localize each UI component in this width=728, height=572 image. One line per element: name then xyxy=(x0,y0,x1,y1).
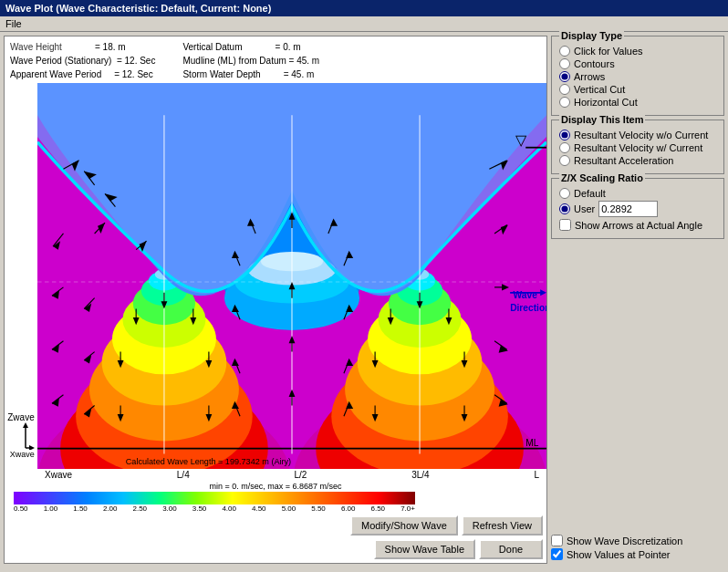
radio-contours[interactable] xyxy=(559,58,570,69)
display-item-res-accel[interactable]: Resultant Acceleration xyxy=(559,155,716,166)
show-wave-discretization[interactable]: Show Wave Discretization xyxy=(551,535,724,546)
ml-label: ML xyxy=(525,438,538,448)
label-vertical-cut: Vertical Cut xyxy=(574,84,625,95)
xwave-label: Xwave xyxy=(10,450,35,459)
checkbox-show-arrows-angle[interactable] xyxy=(559,219,571,231)
radio-arrows[interactable] xyxy=(559,71,570,82)
wavelength-text: Calculated Wave Length = 199.7342 m (Air… xyxy=(126,457,291,466)
label-show-arrows-angle: Show Arrows at Actual Angle xyxy=(575,220,702,231)
show-arrows-actual-angle[interactable]: Show Arrows at Actual Angle xyxy=(559,219,716,231)
checkbox-values-pointer[interactable] xyxy=(551,548,563,560)
svg-text:Direction: Direction xyxy=(510,303,546,313)
label-zx-user: User xyxy=(574,203,595,214)
radio-vertical-cut[interactable] xyxy=(559,84,570,95)
zx-scaling-group: Z/X Scaling Ratio Default User 0.2892 Sh… xyxy=(551,178,724,239)
vertical-datum-label: Vertical Datum = 0. m xyxy=(182,40,319,54)
refresh-view-button[interactable]: Refresh View xyxy=(462,515,543,536)
label-res-vel-no-current: Resultant Velocity w/o Current xyxy=(574,130,708,140)
label-values-pointer: Show Values at Pointer xyxy=(567,549,671,560)
right-panel: Display Type Click for Values Contours A… xyxy=(551,36,724,564)
radio-res-vel-no-current[interactable] xyxy=(559,130,570,140)
show-values-at-pointer[interactable]: Show Values at Pointer xyxy=(551,548,724,560)
radio-click-values[interactable] xyxy=(559,46,570,57)
show-wave-table-button[interactable]: Show Wave Table xyxy=(374,539,475,559)
radio-res-vel-with-current[interactable] xyxy=(559,142,570,153)
x-axis-labels: Xwave L/4 L/2 3L/4 L xyxy=(37,469,546,481)
svg-marker-1 xyxy=(23,422,28,428)
wave-period-label: Wave Period (Stationary) = 12. Sec xyxy=(10,54,155,68)
x-label-l2: L/2 xyxy=(294,470,307,480)
display-item-res-vel-with-current[interactable]: Resultant Velocity w/ Current xyxy=(559,142,716,153)
x-label-l4: L/4 xyxy=(177,470,190,480)
svg-text:▽: ▽ xyxy=(515,131,527,148)
display-item-title: Display This Item xyxy=(559,114,645,125)
zx-user-value-input[interactable]: 0.2892 xyxy=(598,201,658,217)
colorbar-area: 0.501.001.502.002.50 3.003.504.004.505.0… xyxy=(5,492,546,512)
label-contours: Contours xyxy=(574,58,615,69)
title-bar: Wave Plot (Wave Characteristic: Default,… xyxy=(0,0,728,16)
svg-text:Wave: Wave xyxy=(514,290,538,300)
zx-default[interactable]: Default xyxy=(559,188,716,199)
display-type-title: Display Type xyxy=(559,30,624,41)
label-horizontal-cut: Horizontal Cut xyxy=(574,97,638,108)
wave-svg: ▽ ML Calculated Wave Length = 199.7342 m… xyxy=(37,83,546,481)
colorbar-gradient xyxy=(14,492,415,504)
done-button[interactable]: Done xyxy=(479,539,543,559)
min-max-text: min = 0. m/sec, max = 6.8687 m/sec xyxy=(209,482,341,491)
display-type-arrows[interactable]: Arrows xyxy=(559,71,716,82)
display-type-vertical-cut[interactable]: Vertical Cut xyxy=(559,84,716,95)
plot-info: Wave Height = 18. m Wave Period (Station… xyxy=(5,36,546,83)
label-zx-default: Default xyxy=(574,188,606,199)
x-label-xwave: Xwave xyxy=(45,470,72,480)
label-res-accel: Resultant Acceleration xyxy=(574,155,673,166)
bottom-checkboxes: Show Wave Discretization Show Values at … xyxy=(551,531,724,564)
label-arrows: Arrows xyxy=(574,71,605,82)
storm-water-label: Storm Water Depth = 45. m xyxy=(182,68,319,81)
plot-area: Wave Height = 18. m Wave Period (Station… xyxy=(4,36,547,564)
file-menu[interactable]: File xyxy=(5,18,22,29)
radio-res-accel[interactable] xyxy=(559,155,570,166)
display-type-contours[interactable]: Contours xyxy=(559,58,716,69)
radio-zx-user[interactable] xyxy=(559,203,570,214)
display-item-res-vel-no-current[interactable]: Resultant Velocity w/o Current xyxy=(559,130,716,140)
wave-height-label: Wave Height = 18. m xyxy=(10,40,155,54)
radio-horizontal-cut[interactable] xyxy=(559,97,570,108)
display-type-horizontal-cut[interactable]: Horizontal Cut xyxy=(559,97,716,108)
display-type-group: Display Type Click for Values Contours A… xyxy=(551,36,724,116)
x-label-3l4: 3L/4 xyxy=(411,470,429,480)
zx-user[interactable]: User 0.2892 xyxy=(559,201,716,217)
display-item-group: Display This Item Resultant Velocity w/o… xyxy=(551,120,724,174)
label-wave-disc: Show Wave Discretization xyxy=(567,536,682,546)
bottom-buttons: Modify/Show Wave Refresh View xyxy=(5,512,546,539)
radio-zx-default[interactable] xyxy=(559,188,570,199)
apparent-wave-period-label: Apparent Wave Period = 12. Sec xyxy=(10,68,155,81)
label-click-values: Click for Values xyxy=(574,46,643,57)
min-max-info: min = 0. m/sec, max = 6.8687 m/sec xyxy=(5,481,546,492)
modify-show-wave-button[interactable]: Modify/Show Wave xyxy=(350,515,458,536)
x-label-l: L xyxy=(534,470,539,480)
mudline-label: Mudline (ML) from Datum = 45. m xyxy=(182,54,319,68)
checkbox-wave-disc[interactable] xyxy=(551,535,563,546)
zwave-label: Zwave xyxy=(7,412,34,422)
display-type-click-values[interactable]: Click for Values xyxy=(559,46,716,57)
label-res-vel-with-current: Resultant Velocity w/ Current xyxy=(574,142,702,153)
title-text: Wave Plot (Wave Characteristic: Default,… xyxy=(5,3,271,14)
zx-scaling-title: Z/X Scaling Ratio xyxy=(559,172,645,183)
